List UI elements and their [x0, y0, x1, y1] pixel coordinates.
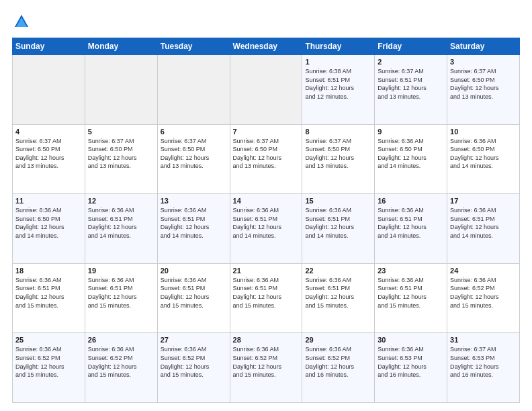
calendar-cell: 31Sunrise: 6:37 AM Sunset: 6:53 PM Dayli… [447, 333, 520, 403]
day-info: Sunrise: 6:37 AM Sunset: 6:50 PM Dayligh… [233, 137, 300, 171]
day-info: Sunrise: 6:37 AM Sunset: 6:50 PM Dayligh… [450, 67, 517, 101]
day-info: Sunrise: 6:37 AM Sunset: 6:50 PM Dayligh… [161, 137, 227, 171]
day-info: Sunrise: 6:36 AM Sunset: 6:51 PM Dayligh… [15, 276, 82, 310]
day-number: 3 [450, 58, 517, 66]
calendar-week-row: 18Sunrise: 6:36 AM Sunset: 6:51 PM Dayli… [13, 263, 520, 333]
day-info: Sunrise: 6:36 AM Sunset: 6:52 PM Dayligh… [15, 345, 82, 379]
calendar-cell: 16Sunrise: 6:36 AM Sunset: 6:51 PM Dayli… [375, 194, 447, 264]
calendar-cell: 20Sunrise: 6:36 AM Sunset: 6:51 PM Dayli… [157, 263, 230, 333]
calendar-cell: 13Sunrise: 6:36 AM Sunset: 6:51 PM Dayli… [157, 194, 230, 264]
day-number: 21 [233, 267, 300, 275]
day-info: Sunrise: 6:37 AM Sunset: 6:50 PM Dayligh… [15, 137, 82, 171]
day-number: 31 [450, 336, 517, 344]
day-info: Sunrise: 6:36 AM Sunset: 6:51 PM Dayligh… [378, 276, 444, 310]
day-of-week-header: Monday [85, 38, 157, 55]
day-number: 15 [305, 197, 371, 205]
day-number: 13 [161, 197, 227, 205]
day-number: 30 [378, 336, 444, 344]
calendar-cell: 14Sunrise: 6:36 AM Sunset: 6:51 PM Dayli… [230, 194, 302, 264]
day-info: Sunrise: 6:36 AM Sunset: 6:52 PM Dayligh… [233, 345, 300, 379]
day-number: 2 [378, 58, 444, 66]
calendar-cell: 25Sunrise: 6:36 AM Sunset: 6:52 PM Dayli… [13, 333, 85, 403]
calendar-cell: 10Sunrise: 6:36 AM Sunset: 6:50 PM Dayli… [447, 124, 520, 194]
day-number: 14 [233, 197, 300, 205]
day-number: 10 [450, 128, 517, 136]
calendar-cell: 6Sunrise: 6:37 AM Sunset: 6:50 PM Daylig… [157, 124, 230, 194]
calendar-body: 1Sunrise: 6:38 AM Sunset: 6:51 PM Daylig… [13, 55, 520, 403]
calendar-cell: 1Sunrise: 6:38 AM Sunset: 6:51 PM Daylig… [302, 55, 375, 125]
day-number: 16 [378, 197, 444, 205]
calendar-cell: 8Sunrise: 6:37 AM Sunset: 6:50 PM Daylig… [302, 124, 375, 194]
logo [12, 12, 34, 31]
day-number: 20 [161, 267, 227, 275]
calendar-cell: 21Sunrise: 6:36 AM Sunset: 6:51 PM Dayli… [230, 263, 302, 333]
day-number: 29 [305, 336, 371, 344]
day-info: Sunrise: 6:36 AM Sunset: 6:53 PM Dayligh… [378, 345, 444, 379]
calendar-cell: 26Sunrise: 6:36 AM Sunset: 6:52 PM Dayli… [85, 333, 157, 403]
calendar-week-row: 1Sunrise: 6:38 AM Sunset: 6:51 PM Daylig… [13, 55, 520, 125]
day-info: Sunrise: 6:36 AM Sunset: 6:51 PM Dayligh… [161, 276, 227, 310]
day-info: Sunrise: 6:36 AM Sunset: 6:50 PM Dayligh… [15, 206, 82, 240]
logo-icon [12, 12, 31, 31]
day-number: 12 [88, 197, 154, 205]
calendar-cell: 17Sunrise: 6:36 AM Sunset: 6:51 PM Dayli… [447, 194, 520, 264]
day-number: 8 [305, 128, 371, 136]
calendar-week-row: 4Sunrise: 6:37 AM Sunset: 6:50 PM Daylig… [13, 124, 520, 194]
calendar-cell: 28Sunrise: 6:36 AM Sunset: 6:52 PM Dayli… [230, 333, 302, 403]
calendar-cell: 15Sunrise: 6:36 AM Sunset: 6:51 PM Dayli… [302, 194, 375, 264]
header [12, 12, 520, 31]
day-number: 11 [15, 197, 82, 205]
calendar-cell: 3Sunrise: 6:37 AM Sunset: 6:50 PM Daylig… [447, 55, 520, 125]
day-info: Sunrise: 6:36 AM Sunset: 6:51 PM Dayligh… [88, 276, 154, 310]
day-info: Sunrise: 6:36 AM Sunset: 6:52 PM Dayligh… [450, 276, 517, 310]
day-info: Sunrise: 6:36 AM Sunset: 6:52 PM Dayligh… [161, 345, 227, 379]
day-info: Sunrise: 6:37 AM Sunset: 6:50 PM Dayligh… [305, 137, 371, 171]
day-number: 25 [15, 336, 82, 344]
day-number: 9 [378, 128, 444, 136]
day-info: Sunrise: 6:36 AM Sunset: 6:51 PM Dayligh… [88, 206, 154, 240]
calendar-cell: 18Sunrise: 6:36 AM Sunset: 6:51 PM Dayli… [13, 263, 85, 333]
day-number: 22 [305, 267, 371, 275]
day-number: 28 [233, 336, 300, 344]
day-info: Sunrise: 6:37 AM Sunset: 6:51 PM Dayligh… [378, 67, 444, 101]
calendar-cell [85, 55, 157, 125]
calendar: SundayMondayTuesdayWednesdayThursdayFrid… [12, 38, 520, 403]
day-info: Sunrise: 6:36 AM Sunset: 6:50 PM Dayligh… [450, 137, 517, 171]
day-number: 1 [305, 58, 371, 66]
day-info: Sunrise: 6:36 AM Sunset: 6:52 PM Dayligh… [88, 345, 154, 379]
page: SundayMondayTuesdayWednesdayThursdayFrid… [0, 0, 532, 411]
calendar-cell: 24Sunrise: 6:36 AM Sunset: 6:52 PM Dayli… [447, 263, 520, 333]
day-of-week-header: Thursday [302, 38, 375, 55]
day-info: Sunrise: 6:36 AM Sunset: 6:51 PM Dayligh… [305, 206, 371, 240]
day-number: 19 [88, 267, 154, 275]
day-number: 7 [233, 128, 300, 136]
day-info: Sunrise: 6:36 AM Sunset: 6:51 PM Dayligh… [233, 206, 300, 240]
calendar-cell: 29Sunrise: 6:36 AM Sunset: 6:52 PM Dayli… [302, 333, 375, 403]
calendar-cell [13, 55, 85, 125]
day-number: 23 [378, 267, 444, 275]
calendar-cell: 5Sunrise: 6:37 AM Sunset: 6:50 PM Daylig… [85, 124, 157, 194]
calendar-cell [230, 55, 302, 125]
day-info: Sunrise: 6:37 AM Sunset: 6:50 PM Dayligh… [88, 137, 154, 171]
calendar-cell: 11Sunrise: 6:36 AM Sunset: 6:50 PM Dayli… [13, 194, 85, 264]
day-info: Sunrise: 6:36 AM Sunset: 6:51 PM Dayligh… [450, 206, 517, 240]
day-info: Sunrise: 6:36 AM Sunset: 6:51 PM Dayligh… [161, 206, 227, 240]
day-info: Sunrise: 6:36 AM Sunset: 6:50 PM Dayligh… [378, 137, 444, 171]
calendar-cell: 4Sunrise: 6:37 AM Sunset: 6:50 PM Daylig… [13, 124, 85, 194]
day-info: Sunrise: 6:36 AM Sunset: 6:52 PM Dayligh… [305, 345, 371, 379]
day-of-week-header: Friday [375, 38, 447, 55]
calendar-cell [157, 55, 230, 125]
day-info: Sunrise: 6:36 AM Sunset: 6:51 PM Dayligh… [233, 276, 300, 310]
day-number: 6 [161, 128, 227, 136]
day-number: 26 [88, 336, 154, 344]
day-number: 17 [450, 197, 517, 205]
day-of-week-header: Saturday [447, 38, 520, 55]
day-info: Sunrise: 6:36 AM Sunset: 6:51 PM Dayligh… [305, 276, 371, 310]
calendar-cell: 19Sunrise: 6:36 AM Sunset: 6:51 PM Dayli… [85, 263, 157, 333]
calendar-cell: 30Sunrise: 6:36 AM Sunset: 6:53 PM Dayli… [375, 333, 447, 403]
calendar-header: SundayMondayTuesdayWednesdayThursdayFrid… [13, 38, 520, 55]
day-number: 27 [161, 336, 227, 344]
calendar-week-row: 11Sunrise: 6:36 AM Sunset: 6:50 PM Dayli… [13, 194, 520, 264]
calendar-cell: 7Sunrise: 6:37 AM Sunset: 6:50 PM Daylig… [230, 124, 302, 194]
day-info: Sunrise: 6:36 AM Sunset: 6:51 PM Dayligh… [378, 206, 444, 240]
